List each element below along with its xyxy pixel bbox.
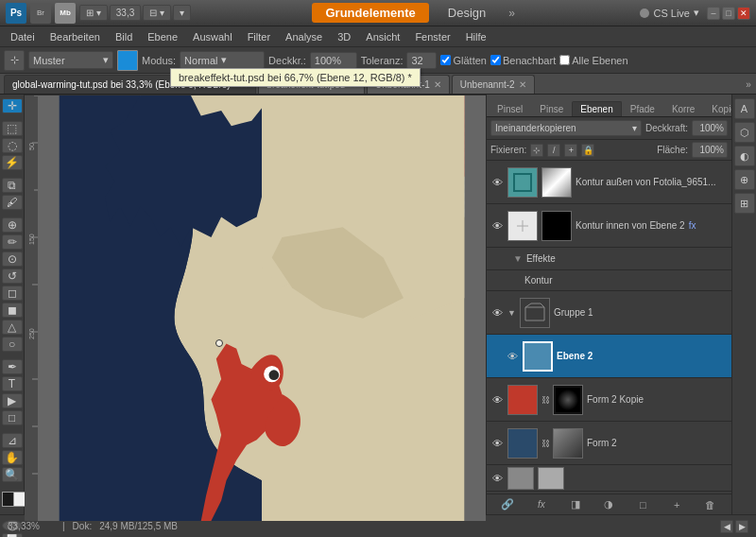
menu-bild[interactable]: Bild [109,29,139,44]
fix-transform-icon[interactable]: + [564,144,577,157]
tool-screen-mode[interactable]: ⬜ [2,533,23,537]
layer-form2-kopie[interactable]: 👁 ⛓ Form 2 Kopie [487,378,731,422]
color-swatch[interactable] [117,50,138,71]
alle-ebenen-checkbox[interactable] [559,55,570,65]
layer-delete-footer-btn[interactable]: 🗑 [702,497,719,512]
tab-pinsel[interactable]: Pinsel [489,101,531,116]
layer-kontur-aussen[interactable]: 👁 Kontur außen von Fotolia_9651... [487,161,731,204]
tool-zoom[interactable]: 🔍 [2,467,23,482]
mb-icon[interactable]: Mb [55,3,76,24]
tool-dodge[interactable]: ○ [2,337,23,352]
flaeche-value[interactable]: 100% [692,142,728,158]
tab-close-4[interactable]: ✕ [519,79,526,90]
tool-3d[interactable]: ⊿ [2,433,23,448]
strip-btn-4[interactable]: ⊕ [734,169,755,190]
nav-next-btn[interactable]: ▶ [735,520,748,533]
layer-kontur-innen[interactable]: 👁 Kontur innen von Ebene 2 fx [487,204,731,248]
tool-hand[interactable]: ✋ [2,450,23,465]
tool-brush[interactable]: ✏ [2,234,23,250]
image-arrangement-btn[interactable]: ⊞ ▾ [79,5,108,21]
tool-blur[interactable]: △ [2,320,23,335]
tool-stamp[interactable]: ⊙ [2,251,23,267]
layer-eye-kontur-aussen[interactable]: 👁 [490,176,504,189]
strip-btn-1[interactable]: A [734,98,755,119]
tool-eraser[interactable]: ◻ [2,286,23,301]
glatten-checkbox[interactable] [440,55,451,65]
tool-text[interactable]: T [2,376,23,391]
deckraft-input[interactable]: 100% [310,52,357,69]
layer-kontur-sub[interactable]: Kontur [487,270,731,291]
extend-btn[interactable]: » [505,4,519,23]
extra-dropdown[interactable]: ▾ [173,5,191,21]
layer-mask-footer-btn[interactable]: ◨ [567,497,584,512]
layer-adjustment-footer-btn[interactable]: ◑ [600,497,617,512]
menu-datei[interactable]: Datei [4,29,42,44]
tool-lasso[interactable]: ◌ [2,138,23,153]
fix-paint-icon[interactable]: / [547,144,560,157]
strip-btn-5[interactable]: ⊞ [734,193,755,214]
strip-btn-2[interactable]: ⬡ [734,122,755,143]
menu-hilfe[interactable]: Hilfe [459,29,493,44]
tool-path-select[interactable]: ▶ [2,393,23,408]
menu-bearbeiten[interactable]: Bearbeiten [43,29,107,44]
app-name-btn[interactable]: Grundelemente [312,3,428,23]
nav-prev-btn[interactable]: ◀ [720,520,733,533]
tool-history[interactable]: ↺ [2,268,23,284]
layer-eye-form2[interactable]: 👁 [490,437,504,450]
tool-crop[interactable]: ⧉ [2,178,23,193]
layer-eye-form2-kopie[interactable]: 👁 [490,393,504,407]
tool-move[interactable]: ✛ [2,98,23,113]
layer-bottom-partial[interactable]: 👁 [487,465,731,492]
tool-spot-heal[interactable]: ⊕ [2,217,23,233]
group-expand-icon[interactable]: ▼ [507,308,516,318]
pattern-dropdown[interactable]: Muster ▾ [28,51,113,69]
layer-link-footer-btn[interactable]: 🔗 [499,497,516,512]
menu-3d[interactable]: 3D [331,29,357,44]
tab-close-3[interactable]: ✕ [434,79,441,90]
tool-magic-wand[interactable]: ⚡ [2,155,23,170]
tab-ebenen[interactable]: Ebenen [572,101,621,116]
tool-pen[interactable]: ✒ [2,359,23,374]
minimize-btn[interactable]: – [707,7,720,20]
layer-form2[interactable]: 👁 ⛓ Form 2 [487,422,731,465]
layer-eye-gruppe1[interactable]: 👁 [490,306,504,320]
tool-marquee[interactable]: ⬚ [2,121,23,136]
menu-fenster[interactable]: Fenster [408,29,456,44]
layer-group-footer-btn[interactable]: □ [634,497,651,512]
menu-ansicht[interactable]: Ansicht [359,29,406,44]
layer-fx-footer-btn[interactable]: fx [533,497,550,512]
layer-new-footer-btn[interactable]: + [668,497,685,512]
tab-pinse[interactable]: Pinse [531,101,572,116]
menu-filter[interactable]: Filter [241,29,277,44]
menu-analyse[interactable]: Analyse [279,29,329,44]
blend-mode-dropdown[interactable]: Ineinanderkopieren ▾ [490,120,642,136]
strip-btn-3[interactable]: ◐ [734,146,755,166]
br-icon[interactable]: Br [30,3,51,24]
layers-list[interactable]: 👁 Kontur außen von Fotolia_9651... 👁 [487,161,731,494]
menu-auswahl[interactable]: Auswahl [186,29,239,44]
layer-effekte[interactable]: ▼ Effekte [487,248,731,270]
design-btn[interactable]: Design [435,3,499,23]
tool-eyedropper[interactable]: 🖋 [2,195,23,210]
tab-pfade[interactable]: Pfade [622,101,663,116]
tool-gradient[interactable]: ◼ [2,303,23,318]
tool-shape[interactable]: □ [2,410,23,425]
menu-ebene[interactable]: Ebene [141,29,184,44]
fix-all-icon[interactable]: 🔒 [581,144,594,157]
stamp-tool-icon[interactable]: ⊹ [4,50,25,71]
layer-ebene2[interactable]: 👁 Ebene 2 [487,335,731,378]
layer-eye-bottom[interactable]: 👁 [490,472,504,485]
tab-scroll-btn[interactable]: » [741,75,756,94]
layer-eye-ebene2[interactable]: 👁 [506,350,519,363]
view-dropdown[interactable]: ⊟ ▾ [143,5,171,21]
canvas-area[interactable] [38,95,486,521]
cslive[interactable]: CS Live ▾ [640,7,699,19]
toleranz-input[interactable]: 32 [406,52,437,69]
layer-gruppe1[interactable]: 👁 ▼ Gruppe 1 [487,291,731,335]
tab-korre[interactable]: Korre [663,101,703,116]
layer-eye-kontur-innen[interactable]: 👁 [490,219,504,233]
benachbart-checkbox[interactable] [490,55,501,65]
close-btn[interactable]: ✕ [737,7,750,20]
zoom-dropdown[interactable]: 33,3 [110,5,141,21]
opacity-value[interactable]: 100% [692,120,728,136]
